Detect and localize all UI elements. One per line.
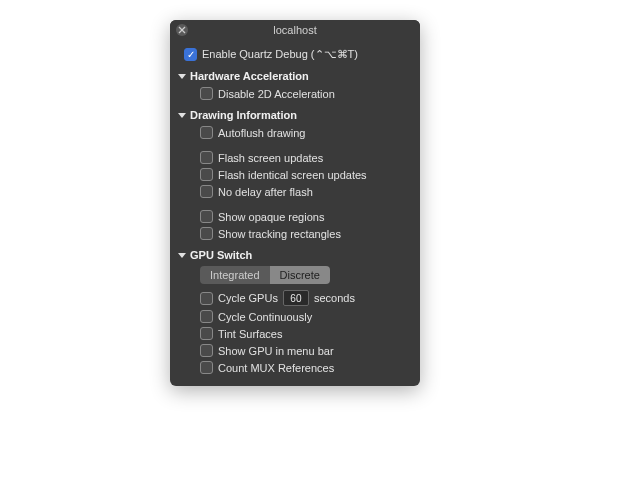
window-title: localhost xyxy=(178,24,412,36)
titlebar: localhost xyxy=(170,20,420,40)
disclosure-triangle-icon xyxy=(178,253,186,258)
show-tracking-checkbox[interactable] xyxy=(200,227,213,240)
flash-screen-checkbox[interactable] xyxy=(200,151,213,164)
show-tracking-row: Show tracking rectangles xyxy=(178,225,412,242)
show-opaque-label: Show opaque regions xyxy=(218,211,324,223)
section-hardware-acceleration[interactable]: Hardware Acceleration xyxy=(178,63,412,85)
no-delay-row: No delay after flash xyxy=(178,183,412,200)
show-gpu-menu-row: Show GPU in menu bar xyxy=(178,342,412,359)
no-delay-checkbox[interactable] xyxy=(200,185,213,198)
enable-quartz-debug-label: Enable Quartz Debug (⌃⌥⌘T) xyxy=(202,48,358,61)
tint-surfaces-checkbox[interactable] xyxy=(200,327,213,340)
count-mux-label: Count MUX References xyxy=(218,362,334,374)
disable-2d-row: Disable 2D Acceleration xyxy=(178,85,412,102)
tint-surfaces-label: Tint Surfaces xyxy=(218,328,282,340)
count-mux-checkbox[interactable] xyxy=(200,361,213,374)
autoflush-checkbox[interactable] xyxy=(200,126,213,139)
show-opaque-checkbox[interactable] xyxy=(200,210,213,223)
cycle-continuously-label: Cycle Continuously xyxy=(218,311,312,323)
flash-identical-label: Flash identical screen updates xyxy=(218,169,367,181)
section-drawing-information[interactable]: Drawing Information xyxy=(178,102,412,124)
disable-2d-label: Disable 2D Acceleration xyxy=(218,88,335,100)
disclosure-triangle-icon xyxy=(178,74,186,79)
flash-screen-row: Flash screen updates xyxy=(178,149,412,166)
cycle-continuously-checkbox[interactable] xyxy=(200,310,213,323)
show-gpu-menu-checkbox[interactable] xyxy=(200,344,213,357)
enable-quartz-debug-row: Enable Quartz Debug (⌃⌥⌘T) xyxy=(178,46,412,63)
close-button[interactable] xyxy=(176,24,188,36)
close-icon xyxy=(178,26,186,34)
count-mux-row: Count MUX References xyxy=(178,359,412,376)
cycle-gpus-prefix: Cycle GPUs xyxy=(218,292,278,304)
section-gpu-switch[interactable]: GPU Switch xyxy=(178,242,412,264)
section-title: GPU Switch xyxy=(190,249,252,261)
autoflush-label: Autoflush drawing xyxy=(218,127,305,139)
flash-identical-row: Flash identical screen updates xyxy=(178,166,412,183)
show-gpu-menu-label: Show GPU in menu bar xyxy=(218,345,334,357)
section-title: Hardware Acceleration xyxy=(190,70,309,82)
quartz-debug-window: localhost Enable Quartz Debug (⌃⌥⌘T) Har… xyxy=(170,20,420,386)
disable-2d-checkbox[interactable] xyxy=(200,87,213,100)
flash-screen-label: Flash screen updates xyxy=(218,152,323,164)
disclosure-triangle-icon xyxy=(178,113,186,118)
gpu-segmented-control: Integrated Discrete xyxy=(200,266,330,284)
enable-quartz-debug-checkbox[interactable] xyxy=(184,48,197,61)
no-delay-label: No delay after flash xyxy=(218,186,313,198)
autoflush-row: Autoflush drawing xyxy=(178,124,412,141)
cycle-interval-input[interactable] xyxy=(283,290,309,306)
section-title: Drawing Information xyxy=(190,109,297,121)
show-opaque-row: Show opaque regions xyxy=(178,208,412,225)
show-tracking-label: Show tracking rectangles xyxy=(218,228,341,240)
cycle-gpus-suffix: seconds xyxy=(314,292,355,304)
content: Enable Quartz Debug (⌃⌥⌘T) Hardware Acce… xyxy=(170,40,420,386)
cycle-gpus-row: Cycle GPUs seconds xyxy=(178,288,412,308)
cycle-gpus-checkbox[interactable] xyxy=(200,292,213,305)
segment-integrated[interactable]: Integrated xyxy=(200,266,270,284)
tint-surfaces-row: Tint Surfaces xyxy=(178,325,412,342)
flash-identical-checkbox[interactable] xyxy=(200,168,213,181)
cycle-continuously-row: Cycle Continuously xyxy=(178,308,412,325)
segment-discrete[interactable]: Discrete xyxy=(270,266,330,284)
